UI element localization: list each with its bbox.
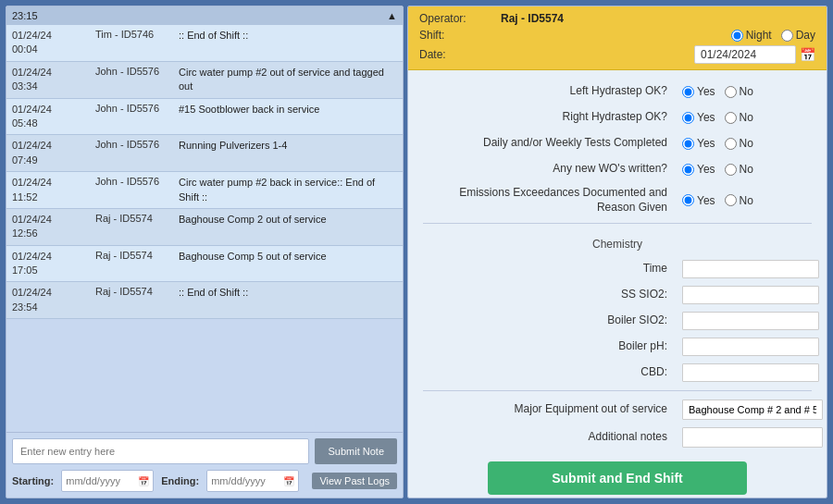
shift-night-radio[interactable] <box>731 30 743 42</box>
new-wo-label: Any new WO's written? <box>423 162 682 177</box>
log-datetime: 01/24/2411:52 <box>12 176 95 204</box>
log-entry: 01/24/2400:04 Tim - ID5746 :: End of Shi… <box>6 25 403 62</box>
chem-boiler-ph-input[interactable] <box>682 338 819 356</box>
chem-ss-sio2-input[interactable] <box>682 286 819 304</box>
divider-2 <box>423 390 812 391</box>
new-wo-no-label[interactable]: No <box>725 163 753 176</box>
right-hydrastep-yesno: Yes No <box>682 111 753 124</box>
shift-night-label[interactable]: Night <box>731 29 772 42</box>
emissions-yes-radio[interactable] <box>682 194 694 206</box>
ending-label: Ending: <box>161 475 199 486</box>
additional-notes-label: Additional notes <box>423 430 682 445</box>
major-equipment-input[interactable] <box>682 400 823 420</box>
daily-weekly-row: Daily and/or Weekly Tests Completed Yes … <box>423 131 812 155</box>
left-hydrastep-yes-label[interactable]: Yes <box>682 85 715 98</box>
chem-time-input[interactable] <box>682 260 819 278</box>
right-hydrastep-row: Right Hydrastep OK? Yes No <box>423 105 812 129</box>
left-hydrastep-no-label[interactable]: No <box>725 85 753 98</box>
chem-cbd-row: CBD: <box>423 361 812 385</box>
log-datetime: 01/24/2417:05 <box>12 250 95 278</box>
new-entry-input[interactable] <box>12 438 309 464</box>
chem-cbd-input[interactable] <box>682 363 819 382</box>
log-datetime: 01/24/2405:48 <box>12 103 95 131</box>
left-hydrastep-yes-radio[interactable] <box>682 86 694 98</box>
chem-boiler-sio2-input[interactable] <box>682 312 819 330</box>
log-entry: 01/24/2417:05 Raj - ID5574 Baghouse Comp… <box>6 246 403 283</box>
new-wo-yes-label[interactable]: Yes <box>682 163 715 176</box>
shift-label: Shift: <box>419 29 493 42</box>
emissions-yes-label[interactable]: Yes <box>682 194 715 207</box>
end-calendar-icon: 📅 <box>283 476 294 486</box>
log-message: :: End of Shift :: <box>179 286 397 300</box>
daily-weekly-yes-label[interactable]: Yes <box>682 137 715 150</box>
log-user: Raj - ID5574 <box>95 286 179 297</box>
chem-cbd-label: CBD: <box>423 365 682 380</box>
right-hydrastep-label: Right Hydrastep OK? <box>423 110 682 125</box>
date-field-input[interactable] <box>694 45 796 64</box>
end-date-input[interactable] <box>211 475 281 486</box>
emissions-no-label[interactable]: No <box>725 194 753 207</box>
date-filter-row: Starting: 📅 Ending: 📅 View Past Logs <box>12 470 397 492</box>
log-message: Baghouse Comp 2 out of service <box>179 213 397 227</box>
chem-time-label: Time <box>423 262 682 277</box>
new-wo-yesno: Yes No <box>682 163 753 176</box>
log-header: 23:15 ▲ <box>6 6 403 25</box>
daily-weekly-no-label[interactable]: No <box>725 137 753 150</box>
start-calendar-icon: 📅 <box>138 476 149 486</box>
log-user: Raj - ID5574 <box>95 250 179 261</box>
emissions-no-radio[interactable] <box>725 194 737 206</box>
emissions-yesno: Yes No <box>682 194 753 207</box>
chem-ss-sio2-row: SS SIO2: <box>423 283 812 307</box>
right-body: Left Hydrastep OK? Yes No Right Hydraste… <box>408 70 827 498</box>
right-hydrastep-yes-radio[interactable] <box>682 112 694 124</box>
daily-weekly-yes-radio[interactable] <box>682 138 694 150</box>
log-list[interactable]: 01/24/2400:04 Tim - ID5746 :: End of Shi… <box>6 25 403 432</box>
shift-day-label[interactable]: Day <box>781 29 815 42</box>
operator-label: Operator: <box>419 12 493 25</box>
operator-row: Operator: Raj - ID5574 <box>419 12 815 25</box>
start-date-wrap[interactable]: 📅 <box>61 470 154 492</box>
chem-boiler-ph-label: Boiler pH: <box>423 339 682 354</box>
left-hydrastep-yesno: Yes No <box>682 85 753 98</box>
shift-day-radio[interactable] <box>781 30 793 42</box>
app-time: 23:15 <box>12 10 38 21</box>
log-message: Circ water pump #2 out of service and ta… <box>179 66 397 94</box>
new-wo-no-radio[interactable] <box>725 164 737 176</box>
starting-label: Starting: <box>12 475 54 486</box>
scroll-indicator: ▲ <box>387 10 397 21</box>
chem-ss-sio2-label: SS SIO2: <box>423 288 682 302</box>
start-date-input[interactable] <box>66 475 136 486</box>
emissions-row: Emissions Exceedances Documented andReas… <box>423 183 812 217</box>
submit-end-shift-button[interactable]: Submit and End Shift <box>488 461 747 495</box>
log-message: #15 Sootblower back in service <box>179 103 397 117</box>
log-entry: 01/24/2411:52 John - ID5576 Circ water p… <box>6 172 403 209</box>
log-datetime: 01/24/2412:56 <box>12 213 95 241</box>
right-hydrastep-yes-label[interactable]: Yes <box>682 111 715 124</box>
submit-note-button[interactable]: Submit Note <box>315 438 397 464</box>
log-entry: 01/24/2405:48 John - ID5576 #15 Sootblow… <box>6 99 403 136</box>
shift-radio-group: Night Day <box>731 29 815 42</box>
left-hydrastep-label: Left Hydrastep OK? <box>423 84 682 99</box>
log-message: Running Pulverizers 1-4 <box>179 139 397 153</box>
daily-weekly-yesno: Yes No <box>682 137 753 150</box>
entry-row: Submit Note <box>12 438 397 464</box>
log-user: John - ID5576 <box>95 66 179 77</box>
new-wo-yes-radio[interactable] <box>682 164 694 176</box>
additional-notes-row: Additional notes <box>423 424 812 450</box>
log-datetime: 01/24/2400:04 <box>12 29 95 57</box>
daily-weekly-label: Daily and/or Weekly Tests Completed <box>423 136 682 151</box>
left-hydrastep-no-radio[interactable] <box>725 86 737 98</box>
view-past-logs-button[interactable]: View Past Logs <box>312 473 397 489</box>
daily-weekly-no-radio[interactable] <box>725 138 737 150</box>
right-panel: Operator: Raj - ID5574 Shift: Night Day … <box>407 6 827 498</box>
chem-boiler-sio2-label: Boiler SIO2: <box>423 313 682 328</box>
log-message: :: End of Shift :: <box>179 29 397 43</box>
date-calendar-icon: 📅 <box>800 47 815 62</box>
end-date-wrap[interactable]: 📅 <box>206 470 299 492</box>
right-hydrastep-no-label[interactable]: No <box>725 111 753 124</box>
right-hydrastep-no-radio[interactable] <box>725 112 737 124</box>
log-user: Tim - ID5746 <box>95 29 179 40</box>
additional-notes-input[interactable] <box>682 427 823 448</box>
log-datetime: 01/24/2423:54 <box>12 286 95 314</box>
left-panel: 23:15 ▲ 01/24/2400:04 Tim - ID5746 :: En… <box>6 6 404 498</box>
